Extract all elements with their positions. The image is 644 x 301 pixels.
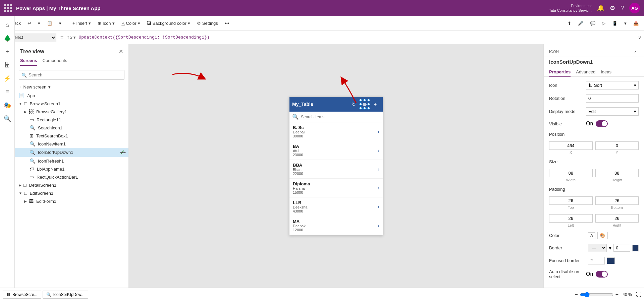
- pos-x-input[interactable]: [549, 141, 593, 150]
- tree-item-icon-sort-up-down1[interactable]: 🔍 IconSortUpDown1 ✓ •••: [15, 148, 128, 157]
- color-button[interactable]: △ Color ▾: [119, 19, 143, 27]
- insert-button[interactable]: + Insert ▾: [70, 19, 94, 27]
- tab-screens[interactable]: Screens: [20, 56, 37, 66]
- variable-icon[interactable]: ≡: [1, 86, 13, 98]
- mic-button[interactable]: 🎤: [575, 19, 586, 27]
- help-icon[interactable]: ?: [621, 5, 624, 12]
- search-side-icon[interactable]: 🔍: [1, 113, 13, 125]
- share-button[interactable]: ⬆: [565, 19, 574, 27]
- comment-button[interactable]: 💬: [587, 19, 598, 27]
- sort-icon-visual: [363, 103, 367, 106]
- app-grid-icon[interactable]: [4, 4, 12, 12]
- color-picker-btn[interactable]: 🎨: [597, 232, 608, 239]
- sort-more-button[interactable]: •••: [120, 149, 126, 156]
- media-icon[interactable]: 🎭: [1, 99, 13, 111]
- bg-color-button[interactable]: 🖼 Background color ▾: [144, 19, 193, 27]
- list-item-content-4: LLB Deeksha 43000: [293, 200, 378, 213]
- icon-button[interactable]: ⊕ Icon ▾: [95, 19, 117, 27]
- avatar[interactable]: AG: [629, 3, 640, 13]
- play-button[interactable]: ▷: [599, 19, 608, 27]
- paste-button[interactable]: 📋: [44, 19, 55, 27]
- undo-dropdown[interactable]: ▾: [35, 19, 43, 27]
- insert-side-icon[interactable]: +: [1, 46, 13, 58]
- tab-properties[interactable]: Properties: [549, 67, 571, 77]
- tree-item-icon-new-item1[interactable]: 🔍 IconNewItem1: [15, 140, 128, 148]
- list-item-2[interactable]: BBA Bharti 22000 ›: [289, 160, 383, 179]
- rotation-input[interactable]: [586, 94, 639, 103]
- color-text-btn[interactable]: A: [588, 232, 595, 239]
- tree-item-browse-screen1[interactable]: ▼ □ BrowseScreen1: [15, 100, 128, 108]
- toolbar-dropdown[interactable]: ▾: [622, 19, 629, 27]
- focused-border-input[interactable]: [588, 257, 605, 264]
- add-header-icon[interactable]: +: [371, 100, 380, 109]
- display-mode-label: Display mode: [549, 109, 586, 114]
- list-item[interactable]: B. Sc Deepali 30000 ›: [289, 122, 383, 141]
- tree-item-search-icon1[interactable]: 🔍 SearchIcon1: [15, 124, 128, 132]
- right-panel-expand[interactable]: ›: [632, 48, 639, 55]
- app-page-icon: 📄: [19, 93, 24, 98]
- env-label: Environment: [549, 3, 592, 8]
- list-item-content-0: B. Sc Deepali 30000: [293, 125, 378, 138]
- left-panel-close[interactable]: ✕: [119, 48, 123, 55]
- border-width-input[interactable]: [613, 244, 630, 252]
- zoom-out-button[interactable]: −: [575, 292, 578, 298]
- search-input[interactable]: [19, 70, 124, 80]
- list-item-3[interactable]: Diploma Harsha 15000 ›: [289, 179, 383, 197]
- canvas-area: My_Table ↻: [129, 44, 543, 288]
- zoom-in-button[interactable]: +: [615, 292, 619, 298]
- icon-select[interactable]: ⇅ Sort ▾: [586, 81, 639, 89]
- list-item-1[interactable]: BA Atul 23000 ›: [289, 141, 383, 160]
- tree-item-edit-screen1[interactable]: ▼ □ EditScreen1: [15, 189, 128, 197]
- tree-item-browse-gallery1[interactable]: ▶ 🖼 BrowseGallery1: [15, 108, 128, 116]
- home-icon[interactable]: ⌂: [1, 19, 13, 31]
- display-mode-select[interactable]: Edit ▾: [586, 107, 639, 116]
- pad-bottom-input[interactable]: [595, 196, 639, 205]
- tab-components[interactable]: Components: [43, 56, 67, 66]
- undo-button[interactable]: ↩: [25, 19, 34, 27]
- focused-border-swatch[interactable]: [607, 257, 615, 264]
- tab-advanced[interactable]: Advanced: [576, 67, 595, 77]
- auto-disable-toggle[interactable]: [596, 271, 608, 278]
- size-w-input[interactable]: [549, 169, 593, 177]
- tree-item-detail-screen1[interactable]: ▶ □ DetailScreen1: [15, 181, 128, 189]
- visible-toggle[interactable]: [596, 120, 608, 127]
- sort-header-icon[interactable]: [360, 100, 369, 109]
- display-mode-value: Edit ▾: [586, 107, 639, 116]
- pad-right-input[interactable]: [595, 214, 639, 223]
- list-item-5[interactable]: MA Deepak 12000 ›: [289, 216, 383, 235]
- list-item-4[interactable]: LLB Deeksha 43000 ›: [289, 197, 383, 216]
- zoom-slider[interactable]: [580, 292, 613, 297]
- settings-toolbar-button[interactable]: ⚙ Settings: [194, 19, 221, 27]
- border-color-swatch[interactable]: [632, 245, 639, 251]
- pad-top-input[interactable]: [549, 196, 593, 205]
- power-icon[interactable]: ⚡: [1, 72, 13, 84]
- tree-item-rectangle11[interactable]: ▭ Rectangle11: [15, 116, 128, 124]
- publish-button[interactable]: 📤: [631, 19, 641, 27]
- bottom-tab-1[interactable]: 🖥 BrowseScre...: [3, 291, 41, 299]
- pos-y-input[interactable]: [595, 141, 639, 150]
- new-screen-button[interactable]: + New screen ▾: [15, 82, 128, 92]
- border-style-select[interactable]: —: [588, 244, 607, 252]
- settings-icon[interactable]: ⚙: [610, 4, 615, 12]
- refresh-header-icon[interactable]: ↻: [349, 100, 359, 109]
- notification-icon[interactable]: 🔔: [597, 4, 604, 12]
- fullscreen-button[interactable]: ⛶: [636, 292, 641, 298]
- tablet-button[interactable]: 📱: [609, 19, 620, 27]
- tree-item-lbl-app-name1[interactable]: 🏷 LblAppName1: [15, 165, 128, 173]
- tree-item-edit-form1[interactable]: ▶ 🖼 EditForm1: [15, 197, 128, 205]
- tab-ideas[interactable]: Ideas: [601, 67, 611, 77]
- app-search-input[interactable]: [301, 115, 380, 119]
- pad-left-input[interactable]: [549, 214, 593, 223]
- formula-input[interactable]: UpdateContext({SortDescending1: !SortDes…: [78, 35, 635, 40]
- more-button[interactable]: •••: [222, 19, 232, 27]
- tree-item-rect-quick1[interactable]: ▭ RectQuickActionBar1: [15, 173, 128, 181]
- data-icon[interactable]: 🗄: [1, 59, 13, 71]
- tree-item-app[interactable]: 📄 App: [15, 92, 128, 100]
- tree-icon[interactable]: 🌲: [1, 32, 13, 44]
- tree-item-text-search-box1[interactable]: ⊞ TextSearchBox1: [15, 132, 128, 140]
- size-h-input[interactable]: [595, 169, 639, 177]
- paste-dropdown[interactable]: ▾: [56, 19, 64, 27]
- formula-expand-icon[interactable]: ∨: [638, 35, 641, 40]
- tree-item-icon-refresh1[interactable]: 🔍 IconRefresh1 •••: [15, 157, 128, 165]
- bottom-tab-2[interactable]: 🔍 IconSortUpDow...: [43, 291, 88, 299]
